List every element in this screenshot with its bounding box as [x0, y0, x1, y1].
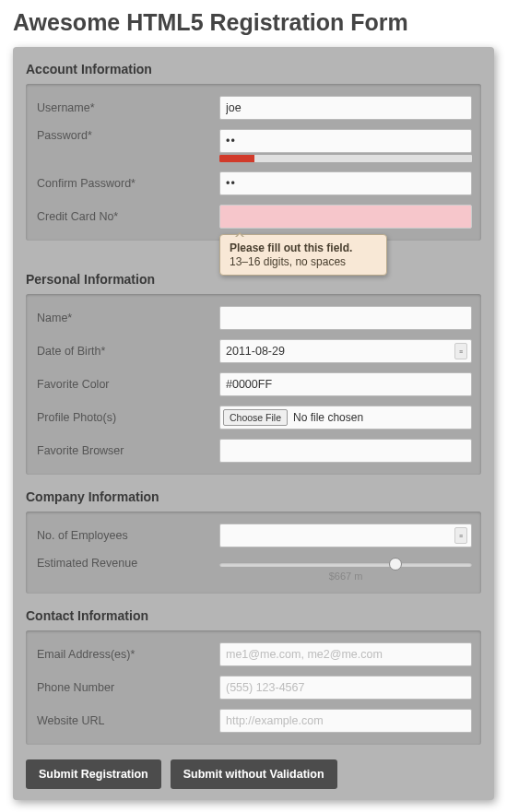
url-input[interactable] — [219, 709, 472, 733]
credit-card-label: Credit Card No* — [35, 210, 219, 223]
revenue-value: $667 m — [219, 571, 472, 582]
dob-label: Date of Birth* — [35, 345, 219, 358]
password-strength-meter — [219, 155, 472, 162]
slider-thumb[interactable] — [389, 558, 402, 571]
fieldset-personal: Name* Date of Birth* 2011-08-29 ≡ Favori… — [26, 294, 481, 475]
username-label: Username* — [35, 101, 219, 114]
file-input[interactable]: Choose File No file chosen — [219, 406, 472, 430]
tooltip-hint: 13–16 digits, no spaces — [230, 255, 377, 268]
file-status: No file chosen — [293, 411, 363, 424]
date-stepper-icon[interactable]: ≡ — [454, 343, 467, 359]
favorite-color-input[interactable] — [219, 372, 472, 396]
row-favorite-browser: Favorite Browser — [35, 434, 472, 467]
section-title-company: Company Information — [26, 489, 481, 504]
dob-input[interactable]: 2011-08-29 ≡ — [219, 339, 472, 363]
employees-label: No. of Employees — [35, 529, 219, 542]
name-input[interactable] — [219, 306, 472, 330]
dob-value: 2011-08-29 — [226, 345, 285, 358]
profile-photo-label: Profile Photo(s) — [35, 411, 219, 424]
submit-novalidate-button[interactable]: Submit without Validation — [171, 759, 337, 789]
section-account: Account Information Username* Password* … — [13, 56, 494, 244]
row-credit-card: Credit Card No* Please fill out this fie… — [35, 200, 472, 233]
row-password: Password* •• — [35, 124, 472, 167]
validation-tooltip: Please fill out this field. 13–16 digits… — [219, 234, 387, 276]
row-profile-photo: Profile Photo(s) Choose File No file cho… — [35, 401, 472, 434]
page-title: Awesome HTML5 Registration Form — [0, 0, 507, 41]
employees-input[interactable]: ≡ — [219, 524, 472, 547]
email-label: Email Address(es)* — [35, 648, 219, 661]
confirm-password-input[interactable]: •• — [219, 171, 472, 195]
row-name: Name* — [35, 301, 472, 335]
fieldset-company: No. of Employees ≡ Estimated Revenue $66… — [26, 512, 481, 594]
credit-card-input[interactable] — [219, 205, 472, 229]
row-dob: Date of Birth* 2011-08-29 ≡ — [35, 335, 472, 368]
name-label: Name* — [35, 312, 219, 324]
favorite-color-label: Favorite Color — [35, 378, 219, 391]
revenue-slider[interactable] — [219, 562, 472, 567]
section-title-account: Account Information — [26, 62, 481, 76]
username-input[interactable] — [219, 96, 472, 120]
row-phone: Phone Number — [35, 671, 472, 704]
registration-form: Account Information Username* Password* … — [13, 47, 494, 800]
number-stepper-icon[interactable]: ≡ — [454, 527, 467, 544]
submit-button[interactable]: Submit Registration — [26, 759, 161, 789]
section-company: Company Information No. of Employees ≡ E… — [13, 484, 494, 597]
button-bar: Submit Registration Submit without Valid… — [13, 748, 494, 789]
url-label: Website URL — [35, 714, 219, 727]
phone-label: Phone Number — [35, 681, 219, 694]
row-url: Website URL — [35, 704, 472, 737]
confirm-password-label: Confirm Password* — [35, 177, 219, 190]
section-personal: Personal Information Name* Date of Birth… — [13, 266, 494, 478]
section-contact: Contact Information Email Address(es)* P… — [13, 603, 494, 748]
phone-input[interactable] — [219, 676, 472, 700]
choose-file-button[interactable]: Choose File — [223, 409, 288, 426]
password-strength-fill — [219, 155, 254, 162]
favorite-browser-label: Favorite Browser — [35, 444, 219, 457]
row-username: Username* — [35, 91, 472, 124]
email-input[interactable] — [219, 642, 472, 666]
favorite-browser-input[interactable] — [219, 439, 472, 463]
row-favorite-color: Favorite Color — [35, 368, 472, 401]
fieldset-contact: Email Address(es)* Phone Number Website … — [26, 630, 481, 745]
row-confirm-password: Confirm Password* •• — [35, 167, 472, 200]
row-email: Email Address(es)* — [35, 638, 472, 671]
password-label: Password* — [35, 129, 219, 142]
password-input[interactable]: •• — [219, 129, 472, 153]
section-title-contact: Contact Information — [26, 608, 481, 623]
revenue-label: Estimated Revenue — [35, 557, 219, 570]
row-employees: No. of Employees ≡ — [35, 519, 472, 552]
fieldset-account: Username* Password* •• Confirm Password*… — [26, 84, 481, 241]
tooltip-title: Please fill out this field. — [230, 241, 377, 254]
row-revenue: Estimated Revenue $667 m — [35, 552, 472, 586]
